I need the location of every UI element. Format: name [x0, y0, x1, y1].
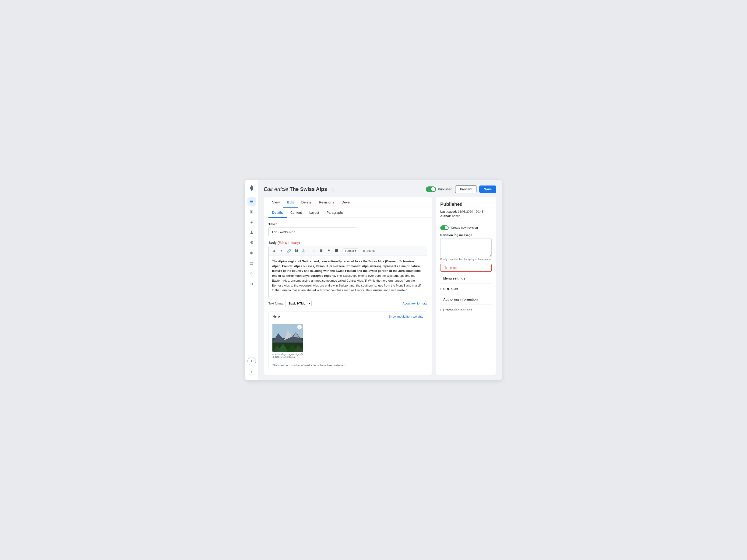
- image-button[interactable]: 🖼: [333, 247, 339, 254]
- toolbar-separator-2: [341, 248, 341, 253]
- app-logo: [248, 184, 255, 192]
- subtab-paragraphs[interactable]: Paragraphs: [323, 208, 347, 218]
- toolbar-separator-3: [360, 248, 360, 253]
- expand-icon[interactable]: ›: [248, 367, 256, 376]
- tab-revisions[interactable]: Revisions: [315, 197, 338, 208]
- body-label: Body (Edit summary): [268, 241, 427, 244]
- chevron-icon: ›: [440, 287, 441, 291]
- sidebar-icon-layers[interactable]: ⊞: [248, 208, 256, 216]
- chevron-icon: ›: [440, 308, 441, 312]
- last-saved-meta: Last saved: 11/03/2020 - 20:43: [440, 210, 492, 213]
- sidebar-icon-settings[interactable]: ⚙: [248, 238, 256, 247]
- help-icon[interactable]: ?: [248, 357, 256, 365]
- delete-button[interactable]: 🗑 Delete: [440, 264, 492, 272]
- published-toggle[interactable]: [426, 186, 436, 192]
- page-header: Edit Article The Swiss Alps ☆ Published …: [264, 185, 496, 193]
- subtab-content[interactable]: Content: [287, 208, 306, 218]
- create-revision-row: Create new revision: [440, 225, 492, 230]
- toolbar-separator-1: [309, 248, 309, 253]
- revision-log-label: Revision log message: [440, 233, 492, 237]
- subtab-layout[interactable]: Layout: [306, 208, 323, 218]
- rte-toolbar: B I 🔗 ⛓ ⚓ ≡ ☰ ❝ 🖼: [269, 246, 427, 256]
- format-dropdown[interactable]: Format ▾: [343, 248, 358, 254]
- about-text-formats-link[interactable]: About text formats: [403, 302, 428, 305]
- sidebar-icon-person[interactable]: ♟: [248, 228, 256, 237]
- ul-button[interactable]: ☰: [318, 247, 325, 254]
- chevron-icon: ›: [440, 297, 441, 301]
- unlink-button[interactable]: ⛓: [293, 247, 300, 254]
- hero-body: ✕ eberhard-grossgasteiger-542840-unsplas…: [269, 321, 427, 370]
- body-field-group: Body (Edit summary) B I 🔗 ⛓ ⚓ ≡: [268, 241, 427, 307]
- sub-tabs: Details Content Layout Paragraphs: [264, 208, 432, 218]
- svg-point-0: [251, 187, 253, 189]
- accordion-promotion: › Promotion options: [440, 304, 492, 315]
- hero-max-note: The maximum number of media items have b…: [273, 362, 423, 367]
- subtab-details[interactable]: Details: [268, 208, 287, 218]
- ol-button[interactable]: ≡: [310, 247, 317, 254]
- source-button[interactable]: ⊞ Source: [362, 248, 377, 253]
- published-toggle-wrap: Published: [426, 186, 453, 192]
- accordion-promotion-trigger[interactable]: › Promotion options: [440, 308, 492, 312]
- title-label: Title*: [268, 222, 427, 226]
- favorite-icon[interactable]: ☆: [331, 187, 335, 192]
- show-media-weights-link[interactable]: Show media item weights: [389, 315, 423, 318]
- sidebar-icon-chart[interactable]: ⊿: [248, 279, 256, 288]
- text-format-label: Text format: [268, 302, 283, 305]
- sidebar-icon-user[interactable]: ○: [248, 269, 256, 278]
- accordion-url-alias-trigger[interactable]: › URL alias: [440, 287, 492, 291]
- accordion-menu-settings: › Menu settings: [440, 273, 492, 284]
- sidebar-icon-shield[interactable]: ◈: [248, 218, 256, 226]
- rich-text-editor: B I 🔗 ⛓ ⚓ ≡ ☰ ❝ 🖼: [268, 246, 427, 298]
- save-button[interactable]: Save: [479, 186, 496, 193]
- media-filename: eberhard-grossgasteiger-542840-unsplash.…: [273, 353, 303, 358]
- nav-tabs: View Edit Delete Revisions Devel: [264, 197, 432, 208]
- title-field-group: Title*: [268, 222, 427, 236]
- tab-view[interactable]: View: [268, 197, 283, 208]
- tab-edit[interactable]: Edit: [283, 197, 298, 208]
- preview-button[interactable]: Preview: [455, 185, 477, 193]
- content-area: View Edit Delete Revisions Devel Details…: [264, 197, 496, 375]
- hero-title: Hero: [273, 315, 280, 318]
- create-revision-toggle[interactable]: [440, 225, 449, 230]
- create-revision-label: Create new revision: [451, 226, 478, 229]
- author-meta: Author: admin: [440, 214, 492, 218]
- bold-button[interactable]: B: [271, 247, 277, 254]
- form-body: Title* Body (Edit summary) B: [264, 218, 432, 375]
- revision-hint: Briefly describe the changes you have ma…: [440, 258, 492, 261]
- sidebar-icon-document[interactable]: ▤: [248, 259, 256, 267]
- chevron-icon: ›: [440, 276, 441, 280]
- delete-icon: 🗑: [444, 266, 447, 269]
- main-content: Edit Article The Swiss Alps ☆ Published …: [258, 180, 502, 380]
- tab-devel[interactable]: Devel: [338, 197, 354, 208]
- required-marker: *: [276, 222, 277, 226]
- edit-summary-link[interactable]: Edit summary: [279, 241, 299, 244]
- text-format-select[interactable]: Basic HTML: [285, 300, 312, 307]
- sidebar-icon-content[interactable]: ☰: [248, 197, 256, 206]
- italic-button[interactable]: I: [278, 247, 285, 254]
- right-panel: Published Last saved: 11/03/2020 - 20:43…: [436, 197, 496, 375]
- link-button[interactable]: 🔗: [285, 247, 292, 254]
- revision-log-textarea[interactable]: [440, 238, 492, 257]
- accordion-menu-settings-trigger[interactable]: › Menu settings: [440, 276, 492, 280]
- accordion-authoring-trigger[interactable]: › Authoring information: [440, 297, 492, 301]
- accordion-authoring: › Authoring information: [440, 294, 492, 304]
- header-actions: Published Preview Save: [426, 185, 496, 193]
- blockquote-button[interactable]: ❝: [326, 247, 332, 254]
- accordion-url-alias: › URL alias: [440, 284, 492, 294]
- panel-divider-1: [440, 222, 492, 222]
- text-format-row: Text format Basic HTML About text format…: [268, 300, 427, 307]
- sidebar: ☰ ⊞ ◈ ♟ ⚙ ⊕ ▤ ○ ⊿ ? ›: [245, 180, 258, 380]
- rte-content-area[interactable]: The Alpine region of Switzerland, conven…: [269, 256, 427, 298]
- media-item: ✕ eberhard-grossgasteiger-542840-unsplas…: [273, 324, 303, 358]
- anchor-button[interactable]: ⚓: [301, 247, 307, 254]
- published-label: Published: [438, 187, 453, 191]
- sidebar-icon-globe[interactable]: ⊕: [248, 249, 256, 257]
- page-title: Edit Article The Swiss Alps: [264, 186, 327, 192]
- editor-panel: View Edit Delete Revisions Devel Details…: [264, 197, 432, 375]
- hero-section: Hero Show media item weights: [268, 312, 427, 370]
- title-input[interactable]: [268, 228, 357, 236]
- panel-title: Published: [440, 202, 492, 207]
- tab-delete[interactable]: Delete: [298, 197, 315, 208]
- hero-header: Hero Show media item weights: [269, 312, 427, 321]
